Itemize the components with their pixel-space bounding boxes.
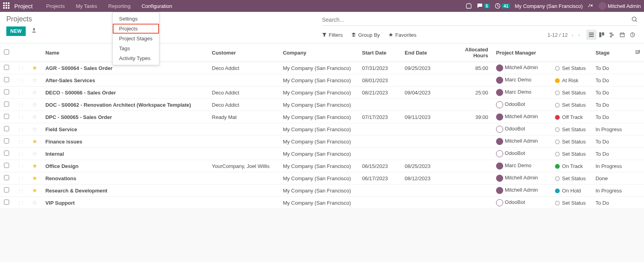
cell-company[interactable]: My Company (San Francisco) [279, 87, 358, 99]
cell-stage[interactable]: To Do [591, 87, 630, 99]
cell-start-date[interactable] [358, 136, 401, 148]
cell-customer[interactable]: Deco Addict [208, 87, 279, 99]
row-checkbox[interactable] [4, 138, 9, 143]
cell-customer[interactable] [208, 197, 279, 209]
table-row[interactable]: ⋮⋮☆DOC - S00062 - Renovation Architect (… [0, 99, 644, 111]
cell-company[interactable]: My Company (San Francisco) [279, 123, 358, 136]
view-gantt-icon[interactable] [607, 30, 617, 40]
cell-stage[interactable]: To Do [591, 62, 630, 74]
cell-name[interactable]: DPC - S00065 - Sales Order [42, 111, 208, 123]
cell-company[interactable]: My Company (San Francisco) [279, 74, 358, 87]
view-list-icon[interactable] [586, 30, 597, 40]
cell-customer[interactable] [208, 172, 279, 185]
cell-company[interactable]: My Company (San Francisco) [279, 62, 358, 74]
pager-prev[interactable]: ‹ [571, 32, 574, 38]
cell-status[interactable]: Set Status [551, 197, 592, 209]
cell-project-manager[interactable]: OdooBot [492, 123, 551, 136]
cell-customer[interactable] [208, 136, 279, 148]
cell-start-date[interactable] [358, 99, 401, 111]
cell-status[interactable]: Set Status [551, 172, 592, 185]
cell-hours[interactable] [454, 185, 492, 197]
table-row[interactable]: ⋮⋮★Finance issuesMy Company (San Francis… [0, 136, 644, 148]
col-start[interactable]: Start Date [358, 43, 401, 62]
cell-start-date[interactable]: 08/21/2023 [358, 87, 401, 99]
cell-end-date[interactable] [401, 185, 453, 197]
cell-status[interactable]: Set Status [551, 123, 592, 136]
table-row[interactable]: ⋮⋮★Research & DevelopmentMy Company (San… [0, 185, 644, 197]
drag-handle-icon[interactable]: ⋮⋮ [17, 152, 24, 156]
cell-project-manager[interactable]: Marc Demo [492, 87, 551, 99]
cell-end-date[interactable] [401, 136, 453, 148]
cell-hours[interactable] [454, 123, 492, 136]
cell-hours[interactable] [454, 148, 492, 160]
cell-end-date[interactable]: 08/25/2023 [401, 160, 453, 172]
pager-next[interactable]: › [578, 32, 581, 38]
cell-name[interactable]: Finance issues [42, 136, 208, 148]
cell-status[interactable]: Off Track [551, 111, 592, 123]
cell-start-date[interactable] [358, 148, 401, 160]
cell-end-date[interactable]: 08/12/2023 [401, 172, 453, 185]
cell-start-date[interactable] [358, 185, 401, 197]
row-checkbox[interactable] [4, 187, 9, 192]
cell-status[interactable]: Set Status [551, 87, 592, 99]
cell-stage[interactable]: In Progress [591, 123, 630, 136]
cell-stage[interactable]: Done [591, 172, 630, 185]
star-toggle[interactable]: ★ [28, 160, 42, 172]
cell-name[interactable]: DOC - S00062 - Renovation Architect (Wor… [42, 99, 208, 111]
cell-company[interactable]: My Company (San Francisco) [279, 136, 358, 148]
star-toggle[interactable]: ☆ [28, 148, 42, 160]
apps-icon[interactable] [3, 2, 10, 9]
row-checkbox[interactable] [4, 175, 9, 180]
cell-stage[interactable]: To Do [591, 136, 630, 148]
cell-project-manager[interactable]: OdooBot [492, 197, 551, 209]
user-menu[interactable]: Mitchell Admin [599, 2, 641, 10]
cell-hours[interactable] [454, 99, 492, 111]
nav-item-projects[interactable]: Projects [42, 1, 70, 11]
chat-icon[interactable]: 5 [477, 3, 490, 9]
cell-hours[interactable] [454, 74, 492, 87]
cell-name[interactable]: After-Sales Services [42, 74, 208, 87]
cell-project-manager[interactable]: Mitchell Admin [492, 136, 551, 148]
row-checkbox[interactable] [4, 163, 9, 168]
cell-company[interactable]: My Company (San Francisco) [279, 99, 358, 111]
cell-hours[interactable]: 85:00 [454, 62, 492, 74]
cell-hours[interactable] [454, 160, 492, 172]
drag-handle-icon[interactable]: ⋮⋮ [17, 188, 24, 193]
drag-handle-icon[interactable]: ⋮⋮ [17, 176, 24, 181]
view-activity-icon[interactable] [627, 30, 638, 40]
row-checkbox[interactable] [4, 200, 9, 205]
cell-customer[interactable]: YourCompany, Joel Willis [208, 160, 279, 172]
star-toggle[interactable]: ☆ [28, 197, 42, 209]
cell-end-date[interactable] [401, 148, 453, 160]
dropdown-item-projects[interactable]: Projects [113, 24, 159, 34]
row-checkbox[interactable] [4, 151, 9, 156]
nav-item-configuration[interactable]: Configuration [137, 1, 177, 11]
cell-project-manager[interactable]: Mitchell Admin [492, 185, 551, 197]
cell-end-date[interactable]: 09/25/2023 [401, 62, 453, 74]
cell-customer[interactable] [208, 123, 279, 136]
search-icon[interactable] [631, 16, 638, 24]
nav-item-reporting[interactable]: Reporting [104, 1, 135, 11]
cell-status[interactable]: Set Status [551, 136, 592, 148]
cell-project-manager[interactable]: Mitchell Admin [492, 111, 551, 123]
cell-name[interactable]: Internal [42, 148, 208, 160]
cell-company[interactable]: My Company (San Francisco) [279, 172, 358, 185]
col-end[interactable]: End Date [401, 43, 453, 62]
star-toggle[interactable]: ☆ [28, 87, 42, 99]
col-company[interactable]: Company [279, 43, 358, 62]
row-checkbox[interactable] [4, 114, 9, 119]
cell-company[interactable]: My Company (San Francisco) [279, 148, 358, 160]
clock-icon[interactable]: 41 [494, 3, 510, 9]
cell-hours[interactable]: 25:00 [454, 87, 492, 99]
cell-end-date[interactable]: 09/11/2023 [401, 111, 453, 123]
cell-end-date[interactable] [401, 197, 453, 209]
cell-company[interactable]: My Company (San Francisco) [279, 197, 358, 209]
cell-end-date[interactable] [401, 99, 453, 111]
view-calendar-icon[interactable] [617, 30, 627, 40]
dropdown-item-activity-types[interactable]: Activity Types [113, 53, 159, 63]
cell-status[interactable]: Set Status [551, 62, 592, 74]
cell-stage[interactable]: To Do [591, 197, 630, 209]
optional-columns-icon[interactable] [630, 43, 644, 62]
table-row[interactable]: ⋮⋮★RenovationsMy Company (San Francisco)… [0, 172, 644, 185]
cell-project-manager[interactable]: OdooBot [492, 99, 551, 111]
